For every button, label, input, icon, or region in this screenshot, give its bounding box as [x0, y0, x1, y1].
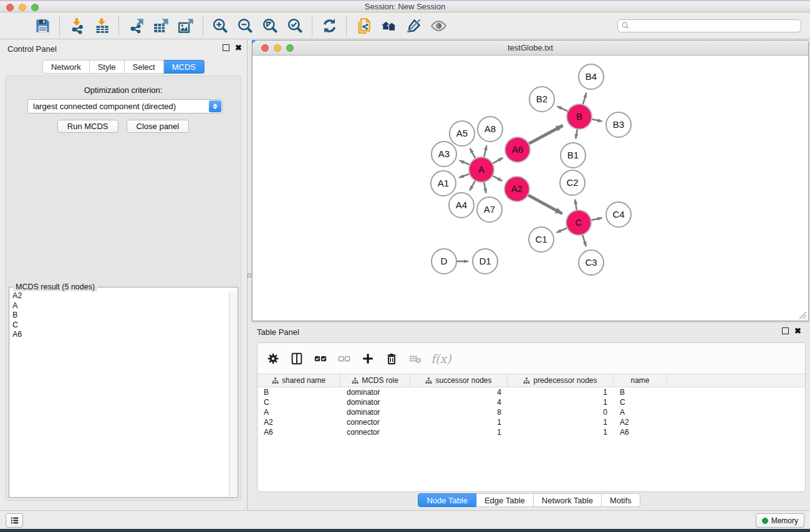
edge-A-A2[interactable]	[493, 176, 503, 181]
table-row[interactable]: Cdominator41C	[258, 397, 805, 407]
node-A[interactable]: A	[469, 157, 494, 182]
edge-C-C2[interactable]	[575, 200, 577, 211]
home-browser-button[interactable]	[376, 16, 401, 37]
node-C4[interactable]: C4	[606, 202, 631, 227]
float-table-panel-icon[interactable]	[782, 327, 789, 334]
copy-network-button[interactable]	[351, 16, 376, 37]
edge-A-A1[interactable]	[459, 174, 470, 178]
edge-B-B4[interactable]	[583, 93, 587, 105]
tab-network-table[interactable]: Network Table	[534, 493, 602, 507]
mcds-result-item[interactable]: B	[10, 311, 229, 321]
edge-A-A3[interactable]	[460, 160, 470, 165]
zoom-fit-button[interactable]	[258, 16, 282, 37]
tab-mcds[interactable]: MCDS	[164, 60, 205, 74]
node-B2[interactable]: B2	[529, 87, 554, 112]
tab-node-table[interactable]: Node Table	[418, 493, 476, 507]
net-close-button[interactable]	[261, 44, 269, 52]
tab-style[interactable]: Style	[90, 60, 125, 74]
criterion-select[interactable]: largest connected component (directed)	[27, 99, 223, 114]
hide-annotations-button[interactable]	[401, 16, 426, 37]
edge-A-A6[interactable]	[493, 158, 503, 163]
edge-A-A5[interactable]	[470, 148, 476, 159]
edge-A2-C[interactable]	[528, 195, 562, 214]
export-table-button[interactable]	[148, 16, 173, 37]
function-builder-button[interactable]: f(x)	[431, 352, 451, 365]
zoom-in-button[interactable]	[208, 16, 233, 37]
node-B4[interactable]: B4	[579, 64, 604, 89]
column-header-name[interactable]: name	[614, 374, 667, 387]
net-maximize-button[interactable]	[286, 44, 294, 52]
table-row[interactable]: Adominator80A	[258, 407, 805, 417]
delete-column-button[interactable]	[382, 349, 401, 368]
edge-C-C3[interactable]	[582, 235, 586, 246]
node-A2[interactable]: A2	[504, 177, 529, 201]
mcds-result-item[interactable]: C	[10, 321, 229, 331]
close-panel-button[interactable]: Close panel	[127, 120, 190, 133]
net-minimize-button[interactable]	[274, 44, 281, 52]
node-A5[interactable]: A5	[450, 121, 475, 146]
node-B1[interactable]: B1	[561, 143, 586, 168]
column-header-successor-nodes[interactable]: successor nodes	[410, 374, 508, 387]
task-history-button[interactable]	[6, 513, 23, 528]
node-A7[interactable]: A7	[477, 197, 502, 222]
table-row[interactable]: Bdominator41B	[258, 387, 805, 397]
column-header-MCDS-role[interactable]: MCDS role	[340, 374, 410, 387]
edge-B-B2[interactable]	[557, 106, 568, 111]
zoom-selected-button[interactable]	[282, 16, 307, 37]
tab-network[interactable]: Network	[42, 60, 90, 74]
export-network-button[interactable]	[123, 16, 148, 37]
node-A6[interactable]: A6	[505, 137, 530, 162]
edge-B-B1[interactable]	[576, 129, 577, 139]
zoom-out-button[interactable]	[233, 16, 258, 37]
search-input[interactable]	[617, 19, 801, 32]
mcds-result-item[interactable]: A6	[10, 330, 229, 340]
import-table-button[interactable]	[89, 16, 114, 37]
close-table-panel-icon[interactable]: ✖	[794, 327, 801, 334]
close-panel-icon[interactable]: ✖	[235, 44, 242, 51]
result-scrollbar[interactable]	[229, 291, 237, 496]
table-settings-button[interactable]	[264, 349, 282, 368]
edge-A-A7[interactable]	[484, 182, 486, 193]
node-C2[interactable]: C2	[560, 170, 585, 195]
network-window-titlebar[interactable]: testGlobe.txt	[253, 41, 808, 56]
tab-motifs[interactable]: Motifs	[602, 493, 640, 507]
close-window-button[interactable]	[6, 4, 14, 11]
node-B[interactable]: B	[567, 104, 592, 129]
node-C3[interactable]: C3	[579, 250, 604, 275]
network-canvas-area[interactable]: AA1A2A3A4A5A6A7A8BB1B2B3B4CC1C2C3C4DD1	[253, 56, 808, 321]
refresh-view-button[interactable]	[317, 16, 342, 37]
column-header-predecessor-nodes[interactable]: predecessor nodes	[508, 374, 614, 387]
node-A3[interactable]: A3	[432, 142, 456, 167]
show-graphics-details-button[interactable]	[426, 16, 451, 37]
show-columns-button[interactable]	[287, 349, 306, 368]
open-session-button[interactable]	[5, 16, 30, 37]
edge-A-A4[interactable]	[470, 180, 475, 190]
export-image-button[interactable]	[173, 16, 198, 37]
delete-table-button[interactable]	[406, 349, 425, 368]
node-C[interactable]: C	[566, 210, 591, 235]
maximize-window-button[interactable]	[31, 4, 39, 11]
tab-edge-table[interactable]: Edge Table	[476, 493, 534, 507]
node-D1[interactable]: D1	[473, 249, 498, 274]
node-C1[interactable]: C1	[529, 227, 554, 252]
node-A4[interactable]: A4	[449, 193, 474, 218]
splitter-handle[interactable]	[248, 273, 251, 278]
table-row[interactable]: A2connector11A2	[258, 417, 805, 427]
edge-A-A8[interactable]	[484, 145, 486, 157]
memory-button[interactable]: Memory	[756, 513, 804, 528]
mcds-result-item[interactable]: A	[10, 301, 229, 311]
resize-grip-icon[interactable]	[799, 311, 807, 319]
edge-B-B3[interactable]	[592, 119, 602, 122]
network-canvas[interactable]: AA1A2A3A4A5A6A7A8BB1B2B3B4CC1C2C3C4DD1	[253, 56, 808, 321]
edge-C-C4[interactable]	[591, 218, 602, 220]
run-mcds-button[interactable]: Run MCDS	[57, 120, 118, 133]
column-header-shared-name[interactable]: shared name	[258, 374, 340, 387]
node-D[interactable]: D	[432, 249, 456, 274]
tab-select[interactable]: Select	[125, 60, 164, 74]
add-column-button[interactable]	[359, 349, 377, 368]
edge-A6-B[interactable]	[529, 125, 563, 143]
edge-C-C1[interactable]	[557, 228, 567, 233]
deselect-all-columns-button[interactable]	[335, 349, 354, 368]
node-A8[interactable]: A8	[478, 117, 503, 142]
select-all-columns-button[interactable]	[311, 349, 330, 368]
